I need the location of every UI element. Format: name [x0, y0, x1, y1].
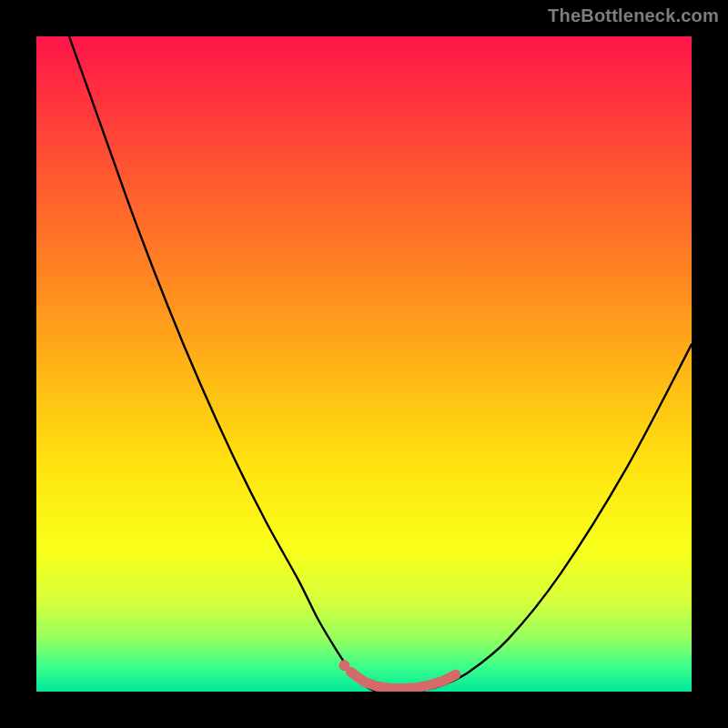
watermark-text: TheBottleneck.com: [548, 5, 719, 26]
highlight-band: [351, 672, 456, 688]
chart-plot-area: [36, 36, 692, 692]
highlight-band-path: [351, 672, 456, 688]
chart-svg: [36, 36, 692, 692]
highlight-dot: [339, 660, 349, 671]
chart-frame: TheBottleneck.com: [0, 0, 728, 728]
bottleneck-curve-path: [69, 36, 692, 692]
